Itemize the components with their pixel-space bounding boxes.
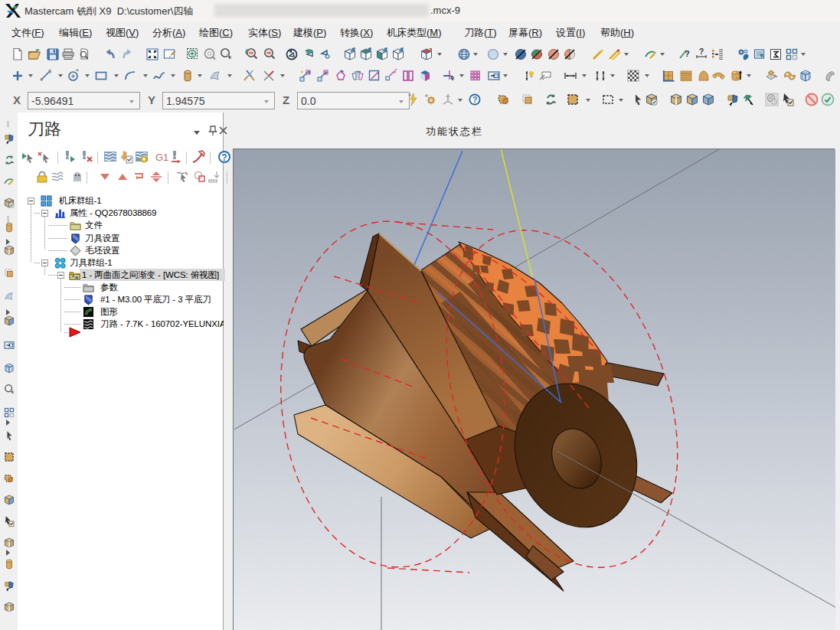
svg-text:G1: G1	[155, 152, 168, 163]
svg-text:?: ?	[699, 47, 704, 56]
svg-text:?: ?	[472, 95, 478, 104]
svg-text:?: ?	[685, 49, 690, 58]
svg-text:?: ?	[221, 152, 227, 163]
